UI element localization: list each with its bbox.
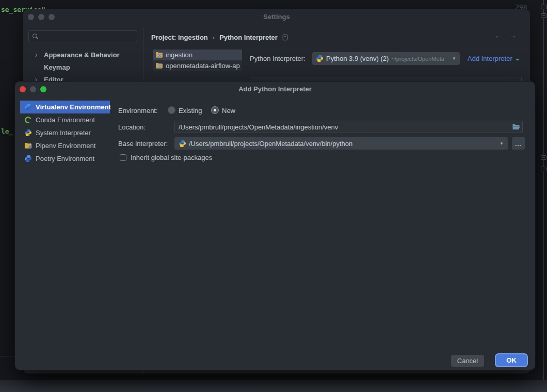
ok-button[interactable]: OK — [495, 353, 528, 367]
module-folder-icon — [155, 62, 163, 70]
interpreter-label: Python Interpreter: — [250, 55, 305, 62]
inherit-site-packages-label[interactable]: Inherit global site-packages — [131, 154, 212, 161]
sidebar-item-conda[interactable]: Conda Environment — [20, 113, 110, 126]
project-row-openmetadata-airflow[interactable]: openmetadata-airflow-ap — [153, 60, 242, 71]
base-interpreter-value: /Users/pmbrull/projects/OpenMetadata/ven… — [189, 140, 497, 148]
interpreter-path: ~/projects/OpenMeta — [391, 56, 450, 62]
sidebar-item-pipenv[interactable]: Pipenv Environment — [20, 139, 110, 152]
dialog-title: Add Python Interpreter — [15, 85, 535, 93]
inherit-site-packages-checkbox[interactable] — [120, 154, 126, 161]
breadcrumb: Project: ingestion › Python Interpreter — [151, 32, 288, 42]
environment-label: Environment: — [118, 107, 158, 115]
editor-gutter-line — [543, 0, 544, 392]
breadcrumb-project[interactable]: Project: ingestion — [151, 34, 208, 41]
location-label: Location: — [118, 123, 146, 131]
code-fold-icon[interactable] — [541, 155, 546, 160]
background-code-fragment: le_ — [1, 127, 13, 135]
interpreter-value: Python 3.9 (venv) (2) — [326, 55, 389, 62]
project-row-ingestion[interactable]: ingestion — [153, 50, 242, 60]
python-icon — [24, 129, 32, 137]
interpreter-select[interactable]: Python 3.9 (venv) (2) ~/projects/OpenMet… — [312, 52, 460, 65]
chevron-right-icon: › — [30, 51, 42, 58]
folder-browse-icon[interactable] — [512, 123, 520, 131]
code-fold-icon[interactable] — [541, 167, 546, 171]
sidebar-item-system-interpreter[interactable]: System Interpreter — [20, 126, 110, 139]
sidebar-item-keymap[interactable]: Keymap — [23, 61, 143, 73]
sidebar-item-appearance-behavior[interactable]: › Appearance & Behavior — [23, 48, 143, 61]
sidebar-item-poetry[interactable]: Poetry Environment — [20, 152, 110, 165]
sidebar-item-virtualenv[interactable]: Virtualenv Environment — [20, 101, 110, 113]
radio-new-label[interactable]: New — [222, 107, 235, 115]
base-interpreter-select[interactable]: /Users/pmbrull/projects/OpenMetadata/ven… — [174, 137, 508, 150]
settings-search-input[interactable] — [28, 30, 137, 42]
virtualenv-icon — [24, 103, 32, 111]
back-arrow-icon[interactable]: ← — [494, 31, 503, 40]
dropdown-arrow-icon: ▼ — [452, 56, 456, 61]
location-input[interactable] — [174, 121, 523, 133]
browse-ellipsis-button[interactable]: … — [512, 137, 525, 150]
dropdown-arrow-icon: ▼ — [500, 141, 504, 146]
python-icon — [179, 140, 186, 148]
breadcrumb-separator-icon: › — [213, 34, 215, 41]
conda-icon — [24, 116, 32, 124]
python-icon — [316, 55, 324, 62]
radio-new[interactable] — [211, 106, 219, 114]
radio-existing[interactable] — [168, 106, 175, 114]
add-python-interpreter-dialog: Add Python Interpreter Virtualenv Enviro… — [14, 81, 536, 370]
breadcrumb-page[interactable]: Python Interpreter — [219, 34, 278, 41]
pipenv-icon — [24, 142, 32, 150]
cancel-button[interactable]: Cancel — [451, 355, 484, 367]
poetry-icon — [24, 155, 32, 162]
base-interpreter-label: Base interpreter: — [118, 140, 168, 148]
forward-arrow-icon[interactable]: → — [509, 31, 517, 40]
chevron-down-icon: ⌄ — [515, 57, 520, 60]
settings-window-title: Settings — [23, 13, 530, 21]
project-list: ingestion openmetadata-airflow-ap — [153, 50, 242, 71]
module-folder-icon — [155, 51, 163, 59]
panel-divider — [0, 356, 14, 356]
search-icon — [32, 33, 39, 40]
ide-bottom-bar — [0, 380, 547, 392]
code-fold-icon[interactable] — [541, 13, 546, 18]
breadcrumb-card-icon — [282, 34, 288, 41]
radio-existing-label[interactable]: Existing — [179, 107, 202, 115]
code-fold-icon[interactable] — [541, 5, 546, 9]
add-interpreter-link[interactable]: Add Interpreter ⌄ — [468, 55, 520, 62]
